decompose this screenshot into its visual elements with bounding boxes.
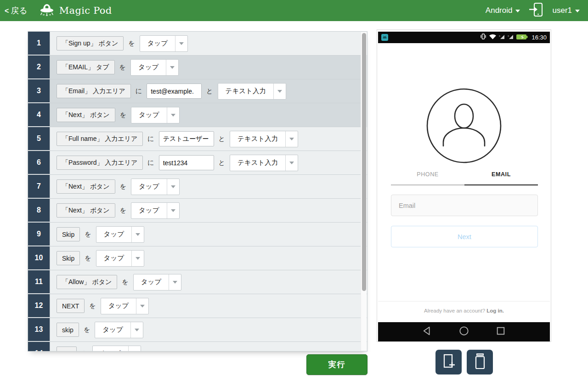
email-field[interactable]	[391, 195, 538, 216]
step-value-input[interactable]	[159, 131, 214, 146]
action-dropdown-toggle[interactable]	[167, 179, 179, 195]
tab-phone[interactable]: PHONE	[391, 168, 464, 185]
step-number: 5	[28, 127, 50, 151]
login-link-row[interactable]: Already have an account? Log in.	[378, 308, 550, 313]
chevron-down-icon	[140, 305, 145, 307]
action-label: タップ	[96, 227, 132, 242]
action-dropdown-toggle[interactable]	[285, 131, 298, 147]
step-list-scrollbar[interactable]	[361, 32, 367, 351]
particle-text: を	[120, 207, 126, 215]
step-action-button[interactable]: タップ	[95, 322, 143, 338]
step-number: 8	[28, 199, 50, 222]
step-target-button[interactable]: 「Next」 ボタン	[57, 108, 115, 122]
action-dropdown-toggle[interactable]	[128, 346, 141, 352]
step-action-button[interactable]: タップ	[140, 35, 188, 52]
particle-text: を	[128, 39, 135, 48]
add-screen-button[interactable]	[435, 350, 462, 374]
step-value-input[interactable]	[159, 155, 214, 170]
app-logo[interactable]: Magic Pod	[39, 2, 112, 19]
step-action-button[interactable]: タップ	[96, 226, 145, 243]
step-target-button[interactable]: 「Next」 ボタン	[57, 179, 115, 194]
step-target-button[interactable]: 「Full name」 入力エリア	[57, 132, 143, 146]
particle-text: を	[84, 326, 90, 334]
step-target-button[interactable]: 「EMAIL」 タブ	[57, 60, 115, 74]
connect-device-icon[interactable]	[528, 2, 544, 19]
step-target-button[interactable]: 「Allow」 ボタン	[57, 275, 117, 289]
step-target-button[interactable]: 「Password」 入力エリア	[57, 156, 143, 170]
step-target-button[interactable]: NEXT	[57, 299, 85, 313]
step-number: 3	[28, 79, 50, 103]
home-circle-icon[interactable]	[459, 326, 469, 338]
back-triangle-icon[interactable]	[422, 326, 432, 338]
step-value-input[interactable]	[147, 84, 202, 99]
step-action-button[interactable]: タップ	[131, 202, 180, 219]
step-action-button[interactable]: テキスト入力	[230, 131, 298, 147]
action-dropdown-toggle[interactable]	[131, 251, 144, 266]
action-dropdown-toggle[interactable]	[131, 227, 144, 242]
action-label: タップ	[131, 179, 167, 195]
action-dropdown-toggle[interactable]	[285, 155, 298, 171]
step-action-button[interactable]: タップ	[96, 250, 145, 267]
particle-text: に	[147, 159, 154, 167]
svg-text:x: x	[508, 34, 509, 37]
run-button[interactable]: 実行	[306, 354, 368, 375]
recents-square-icon[interactable]	[496, 326, 506, 338]
phone-screen: PHONE EMAIL Next Already have an account…	[378, 43, 550, 322]
step-target-button[interactable]: skip	[57, 323, 79, 337]
step-target-button[interactable]: Skip	[57, 251, 80, 265]
back-chevron-icon: <	[5, 7, 9, 15]
action-dropdown-toggle[interactable]	[167, 203, 179, 218]
step-action-button[interactable]: タップ	[131, 107, 180, 123]
step-target-button[interactable]: Skip	[57, 227, 80, 241]
action-dropdown-toggle[interactable]	[175, 36, 187, 51]
step-action-button[interactable]: タップ	[101, 298, 149, 314]
step-action-button[interactable]: タップ	[92, 346, 141, 352]
step-action-button[interactable]: テキスト入力	[218, 83, 286, 100]
action-dropdown-toggle[interactable]	[273, 84, 286, 99]
platform-label: Android	[486, 6, 513, 15]
back-button[interactable]: < 戻る	[5, 5, 28, 16]
action-dropdown-toggle[interactable]	[136, 298, 148, 314]
status-bar-clock: 16:30	[531, 34, 547, 41]
next-button[interactable]: Next	[391, 226, 538, 247]
action-label: タップ	[140, 36, 175, 51]
step-number: 14	[28, 342, 50, 352]
platform-dropdown[interactable]: Android	[486, 6, 520, 15]
no-signal-icon: x	[508, 34, 514, 42]
chevron-down-icon	[289, 162, 294, 164]
action-dropdown-toggle[interactable]	[130, 322, 143, 338]
tab-email[interactable]: EMAIL	[464, 168, 538, 185]
step-target-button[interactable]: 「Sign up」 ボタン	[57, 36, 124, 50]
action-dropdown-toggle[interactable]	[166, 60, 178, 75]
scrollbar-thumb[interactable]	[362, 33, 366, 291]
no-signal-icon: x	[499, 34, 505, 42]
step-row: 13 skip を タップ	[28, 318, 367, 342]
action-dropdown-toggle[interactable]	[169, 274, 181, 290]
chevron-down-icon	[171, 209, 175, 212]
step-row: 4 「Next」 ボタン を タップ	[28, 103, 367, 127]
trash-button[interactable]	[467, 350, 493, 374]
step-number: 2	[28, 56, 50, 79]
app-title: Magic Pod	[59, 5, 112, 16]
step-action-button[interactable]: タップ	[131, 179, 180, 195]
action-label: タップ	[95, 322, 130, 338]
magic-pod-ufo-logo-icon	[39, 2, 55, 19]
step-row: 14 を タップ	[28, 342, 367, 352]
user-menu[interactable]: user1	[552, 6, 580, 15]
chevron-down-icon	[170, 66, 175, 69]
step-number: 11	[28, 270, 50, 294]
step-row: 1 「Sign up」 ボタン を タップ	[28, 32, 367, 56]
action-dropdown-toggle[interactable]	[167, 107, 179, 123]
login-link[interactable]: Log in.	[486, 308, 504, 313]
step-action-button[interactable]: タップ	[130, 59, 179, 76]
particle-text: に	[136, 87, 142, 95]
particle-text: を	[85, 230, 91, 239]
step-target-button[interactable]: 「Next」 ボタン	[57, 203, 115, 218]
step-row: 3 「Email」 入力エリア に と テキスト入力	[28, 79, 367, 103]
svg-text:x: x	[499, 34, 500, 37]
step-target-button[interactable]	[57, 346, 77, 352]
step-target-button[interactable]: 「Email」 入力エリア	[57, 84, 131, 98]
step-action-button[interactable]: タップ	[133, 274, 182, 291]
step-action-button[interactable]: テキスト入力	[230, 155, 298, 171]
step-row: 2 「EMAIL」 タブ を タップ	[28, 56, 367, 79]
